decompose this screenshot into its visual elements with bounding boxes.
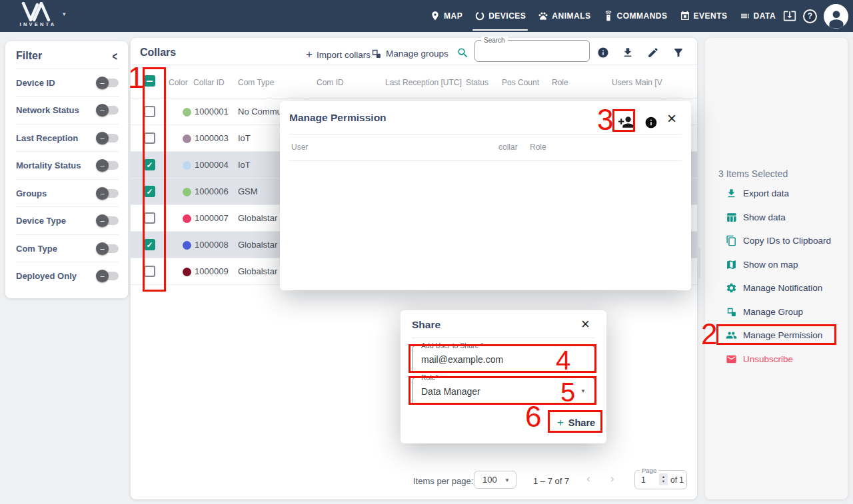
search-icon[interactable] [456, 47, 469, 59]
filter-label: Device ID [16, 78, 55, 88]
filter-label: Groups [16, 188, 47, 198]
filter-funnel-icon[interactable] [672, 47, 684, 59]
system-update-icon[interactable] [783, 9, 796, 23]
color-dot [183, 188, 191, 196]
next-page-button[interactable]: › [610, 472, 614, 485]
row-checkbox[interactable] [144, 186, 155, 197]
person-icon [825, 7, 848, 29]
manage-groups-label: Manage groups [386, 49, 448, 59]
search-input[interactable]: Search [474, 40, 590, 62]
deployed-only-toggle[interactable]: – [97, 272, 119, 280]
nav-data[interactable]: DATA [740, 0, 776, 32]
dialog-title: Share [412, 319, 440, 331]
collar-id-cell: 1000008 [195, 232, 229, 258]
role-select-label: Role* [419, 374, 441, 381]
row-checkbox[interactable] [144, 132, 155, 144]
inventa-logo[interactable]: INVENTA [11, 2, 65, 27]
toggle-knob: – [96, 214, 109, 227]
unsubscribe-action[interactable]: Unsubscribe [726, 352, 793, 366]
nav-events[interactable]: EVENTS [680, 0, 728, 32]
add-user-field-value: mail@example.com [421, 354, 503, 365]
close-icon[interactable]: × [581, 316, 590, 333]
col-last-reception[interactable]: Last Reception [UTC] [385, 78, 462, 87]
download-icon[interactable] [622, 47, 634, 59]
page-stepper[interactable]: ▲▼ [659, 473, 668, 485]
device-type-toggle[interactable]: – [97, 216, 119, 225]
nav-devices-label: DEVICES [488, 11, 526, 21]
divider [289, 160, 682, 161]
nav-devices[interactable]: DEVICES [474, 0, 526, 32]
network-status-toggle[interactable]: – [97, 106, 119, 115]
page-number-input[interactable]: Page 1 ▲▼ of 1 [634, 470, 687, 489]
row-checkbox[interactable] [144, 239, 155, 250]
manage-group-action[interactable]: Manage Group [726, 305, 803, 318]
filter-item-groups: Groups – [16, 179, 119, 206]
nav-events-label: EVENTS [694, 11, 728, 21]
row-checkbox[interactable] [144, 212, 155, 224]
groups-toggle[interactable]: – [97, 189, 119, 198]
brand-dropdown-icon[interactable]: ▾ [63, 11, 66, 17]
com-type-cell: Globalstar [238, 205, 277, 232]
role-select-value: Data Manager [421, 386, 480, 397]
edit-icon[interactable] [647, 47, 659, 59]
row-checkbox[interactable] [144, 159, 155, 170]
filter-item-device-id: Device ID – [16, 69, 119, 96]
info-icon[interactable] [597, 47, 609, 59]
logo-mark [21, 2, 55, 22]
col-pos-count[interactable]: Pos Count [502, 78, 539, 87]
modal-col-role: Role [530, 142, 546, 152]
toggle-knob: – [96, 159, 109, 172]
col-role[interactable]: Role [552, 78, 568, 87]
color-dot [183, 268, 191, 276]
modal-col-user: User [291, 142, 308, 152]
nav-commands[interactable]: COMMANDS [603, 0, 668, 32]
filter-label: Com Type [16, 244, 57, 254]
collar-id-cell: 1000001 [195, 99, 229, 125]
user-avatar[interactable] [824, 4, 848, 29]
show-data-action[interactable]: Show data [726, 210, 786, 224]
add-person-icon[interactable] [618, 114, 634, 130]
prev-page-button[interactable]: ‹ [586, 472, 590, 485]
com-type-toggle[interactable]: – [97, 244, 119, 253]
help-icon[interactable]: ? [803, 9, 817, 23]
nav-animals[interactable]: ANIMALS [538, 0, 590, 32]
last-reception-toggle[interactable]: – [97, 134, 119, 142]
collar-id-cell: 1000004 [195, 152, 229, 178]
show-on-map-action[interactable]: Show on map [726, 258, 798, 271]
col-main-v[interactable]: Main [V [635, 78, 662, 87]
filter-label: Network Status [16, 105, 79, 115]
col-users[interactable]: Users [612, 78, 632, 87]
row-checkbox[interactable] [144, 106, 155, 117]
role-select[interactable]: Role* Data Manager ▼ [412, 378, 595, 404]
manage-permission-action[interactable]: Manage Permission [726, 328, 822, 342]
mortality-status-toggle[interactable]: – [97, 161, 119, 170]
color-dot [183, 214, 191, 223]
col-status[interactable]: Status [466, 78, 488, 87]
export-data-action[interactable]: Export data [726, 186, 789, 200]
info-icon[interactable] [644, 116, 658, 129]
collar-id-cell: 1000003 [195, 125, 229, 152]
select-all-checkbox[interactable] [144, 75, 155, 87]
device-id-toggle[interactable]: – [97, 79, 119, 87]
scrollbar[interactable] [698, 248, 700, 278]
color-dot [183, 134, 191, 143]
toggle-knob: – [96, 187, 109, 200]
import-collars-button[interactable]: + Import collars [306, 48, 371, 61]
gear-icon [726, 282, 737, 294]
items-per-page-select[interactable]: 100 ▼ [474, 471, 516, 489]
row-checkbox[interactable] [144, 266, 155, 277]
nav-commands-label: COMMANDS [617, 11, 668, 21]
col-collar-id[interactable]: Collar ID [193, 78, 225, 87]
add-user-field[interactable]: Add User to Share * mail@example.com [412, 346, 595, 372]
window-group-icon [726, 306, 737, 318]
close-icon[interactable]: × [667, 109, 676, 128]
col-com-type[interactable]: Com Type [238, 78, 274, 87]
share-button[interactable]: + Share [552, 413, 600, 431]
copy-ids-action[interactable]: Copy IDs to Clipboard [726, 234, 831, 247]
filter-label: Mortality Status [16, 160, 81, 170]
manage-groups-button[interactable]: Manage groups [371, 48, 448, 59]
nav-map[interactable]: MAP [430, 0, 462, 32]
collapse-sidebar-icon[interactable]: < [112, 49, 117, 63]
manage-notification-action[interactable]: Manage Notification [726, 281, 822, 294]
col-com-id[interactable]: Com ID [317, 78, 344, 87]
